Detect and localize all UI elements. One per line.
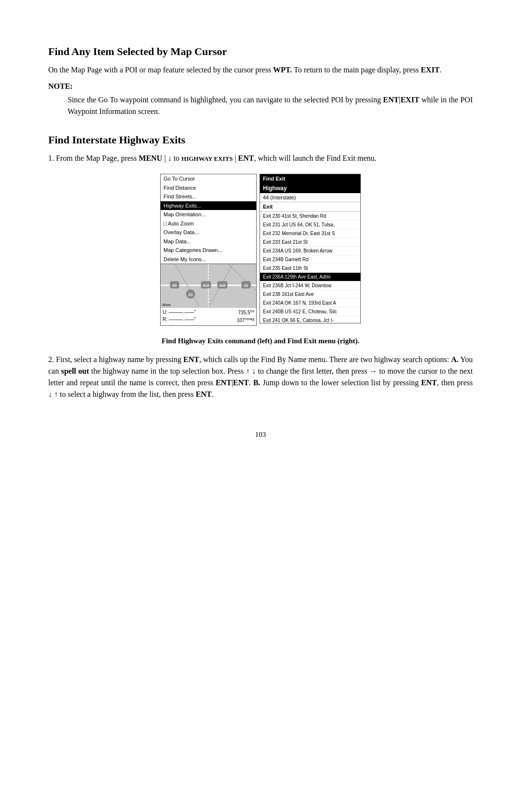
menu-item-autozoom: □ Auto Zoom xyxy=(161,219,256,228)
exit-item: Exit 238 161st East Ave xyxy=(260,290,360,299)
exit-item: Exit 240B US 412 E, Choteau, Silc xyxy=(260,308,360,316)
svg-text:385: 385 xyxy=(219,283,226,288)
note-block: Since the Go To waypoint command is high… xyxy=(68,94,473,117)
svg-text:40mi: 40mi xyxy=(162,303,171,307)
exit-item: Exit 234A US 169, Broken Arrow xyxy=(260,247,360,255)
menu-item-overlay: Overlay Data... xyxy=(161,228,256,237)
exit-item: Exit 230 41st St, Sheridan Rd xyxy=(260,212,360,221)
map-thumbnail: 85 418 385 22 20 40mi xyxy=(161,264,256,307)
section1-body: On the Map Page with a POI or map featur… xyxy=(48,64,473,76)
svg-text:20: 20 xyxy=(189,293,193,297)
exit-item: Exit 235 East 11th St xyxy=(260,264,360,273)
status-bar: U: ———.——" R: ———.——" 735.5mi 107°mag xyxy=(161,307,256,325)
menu-item-delete: Delete My Icons... xyxy=(161,255,256,264)
section2-para2: 2. First, select a highway name by press… xyxy=(48,354,473,400)
section2-para1: 1. From the Map Page, press MENU | ↓ to … xyxy=(48,153,473,164)
highway-field: Highway xyxy=(260,183,360,193)
exit-item: Exit 231 Jct US 64, OK 51, Tulsa, xyxy=(260,221,360,229)
exit-item: Exit 240A OK 167 N, 193rd East A xyxy=(260,299,360,308)
left-screen: Go To Cursor Find Distance Find Streets.… xyxy=(160,174,257,326)
find-exit-title: Find Exit xyxy=(260,174,360,183)
exit-item: Exit 234B Garnett Rd xyxy=(260,255,360,264)
svg-text:418: 418 xyxy=(203,283,209,288)
status-dist: 735.5mi 107°mag xyxy=(237,308,254,324)
figure-area: Go To Cursor Find Distance Find Streets.… xyxy=(48,174,473,326)
svg-text:22: 22 xyxy=(244,283,248,288)
right-screen: Find Exit Highway 44 (Interstate) Exit E… xyxy=(260,174,361,323)
menu-item-distance: Find Distance xyxy=(161,183,256,193)
svg-text:85: 85 xyxy=(173,283,177,288)
status-u: U: ———.——" R: ———.——" xyxy=(163,308,196,324)
menu-item-mapdata: Map Data... xyxy=(161,237,256,246)
exit-item: Exit 233 East 21st St xyxy=(260,238,360,247)
menu-item-streets: Find Streets... xyxy=(161,192,256,201)
exit-item-selected: Exit 236A 129th Ave East, Admi xyxy=(260,273,360,281)
exit-item: Exit 236B Jct I-244 W, Downtow xyxy=(260,281,360,290)
page-number: 103 xyxy=(48,429,473,440)
note-label: NOTE: xyxy=(48,81,473,92)
section2-heading: Find Interstate Highway Exits xyxy=(48,132,473,148)
exit-list: Exit 230 41st St, Sheridan Rd Exit 231 J… xyxy=(260,212,360,323)
menu-item-categories: Map Categories Drawn... xyxy=(161,246,256,255)
exit-item: Exit 241 OK 66 E, Catoosa, Jct I- xyxy=(260,316,360,323)
menu-item-orientation: Map Orientation... xyxy=(161,210,256,219)
note-text: Since the Go To waypoint command is high… xyxy=(68,94,473,117)
highway-value: 44 (Interstate) xyxy=(260,193,360,203)
menu-item-highway: Highway Exits... xyxy=(161,201,256,210)
menu-item-goto: Go To Cursor xyxy=(161,174,256,183)
exit-item: Exit 232 Memorial Dr, East 31st S xyxy=(260,229,360,238)
figure-caption: Find Highway Exits command (left) and Fi… xyxy=(48,336,473,347)
section1-heading: Find Any Item Selected by Map Cursor xyxy=(48,43,473,59)
exit-section-label: Exit xyxy=(260,202,360,212)
